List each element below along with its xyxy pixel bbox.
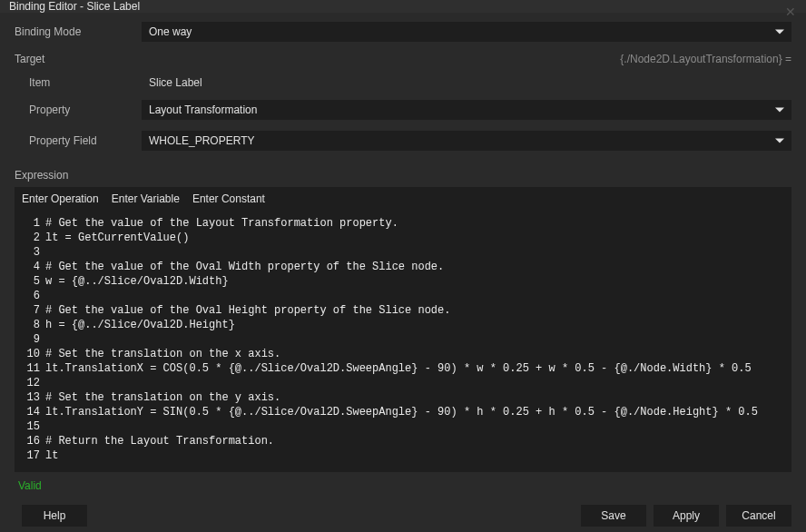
- chevron-down-icon: [775, 108, 784, 113]
- line-number: 8: [22, 318, 40, 332]
- line-number: 4: [22, 260, 40, 274]
- code-line: 3: [22, 245, 784, 260]
- code-line: 6: [22, 289, 784, 303]
- binding-editor-window: Binding Editor - Slice Label ✕ Binding M…: [0, 0, 806, 532]
- target-header-row: Target {./Node2D.LayoutTransformation} =: [15, 53, 791, 65]
- code-text: # Set the translation on the y axis.: [45, 390, 280, 405]
- code-text: lt.TranslationY = SIN(0.5 * {@../Slice/O…: [45, 405, 758, 419]
- expression-toolbar: Enter Operation Enter Variable Enter Con…: [15, 187, 791, 211]
- line-number: 2: [22, 231, 40, 245]
- binding-mode-label: Binding Mode: [15, 25, 142, 38]
- target-item-label: Item: [15, 76, 142, 89]
- line-number: 17: [22, 448, 40, 463]
- code-line: 8h = {@../Slice/Oval2D.Height}: [22, 318, 784, 332]
- target-property-select[interactable]: Layout Transformation: [142, 100, 791, 120]
- code-line: 9: [22, 332, 784, 347]
- code-text: # Get the value of the Oval Height prope…: [45, 303, 450, 318]
- binding-mode-value: One way: [149, 25, 192, 38]
- line-number: 9: [22, 332, 40, 347]
- code-line: 4# Get the value of the Oval Width prope…: [22, 260, 784, 274]
- close-icon[interactable]: ✕: [782, 4, 799, 20]
- code-text: # Get the value of the Layout Transforma…: [45, 216, 398, 231]
- line-number: 14: [22, 405, 40, 419]
- target-propertyfield-value: WHOLE_PROPERTY: [149, 134, 254, 147]
- enter-variable-button[interactable]: Enter Variable: [112, 192, 180, 205]
- line-number: 16: [22, 434, 40, 448]
- code-line: 10# Set the translation on the x axis.: [22, 347, 784, 361]
- chevron-down-icon: [775, 30, 784, 34]
- expression-editor[interactable]: 1# Get the value of the Layout Transform…: [15, 211, 791, 472]
- line-number: 15: [22, 419, 40, 434]
- code-line: 2lt = GetCurrentValue(): [22, 231, 784, 245]
- code-line: 13# Set the translation on the y axis.: [22, 390, 784, 405]
- footer: Help Save Apply Cancel: [0, 492, 806, 532]
- code-line: 15: [22, 419, 784, 434]
- code-text: h = {@../Slice/Oval2D.Height}: [45, 318, 235, 332]
- help-button[interactable]: Help: [22, 505, 87, 527]
- line-number: 12: [22, 376, 40, 390]
- enter-operation-button[interactable]: Enter Operation: [22, 192, 99, 205]
- line-number: 13: [22, 390, 40, 405]
- titlebar: Binding Editor - Slice Label ✕: [0, 0, 806, 13]
- line-number: 3: [22, 245, 40, 260]
- code-text: lt.TranslationX = COS(0.5 * {@../Slice/O…: [45, 361, 752, 376]
- line-number: 11: [22, 361, 40, 376]
- target-item-row: Item Slice Label: [15, 76, 791, 89]
- code-line: 5w = {@../Slice/Oval2D.Width}: [22, 274, 784, 289]
- line-number: 7: [22, 303, 40, 318]
- target-propertyfield-select[interactable]: WHOLE_PROPERTY: [142, 131, 791, 151]
- expression-label: Expression: [15, 169, 791, 182]
- window-title: Binding Editor - Slice Label: [9, 0, 140, 13]
- validation-status: Valid: [18, 479, 791, 492]
- code-line: 14lt.TranslationY = SIN(0.5 * {@../Slice…: [22, 405, 784, 419]
- code-text: lt: [45, 448, 58, 463]
- code-text: # Return the Layout Transformation.: [45, 434, 274, 448]
- save-button[interactable]: Save: [581, 505, 646, 527]
- target-item-value: Slice Label: [142, 76, 791, 89]
- cancel-button[interactable]: Cancel: [726, 505, 791, 527]
- code-text: w = {@../Slice/Oval2D.Width}: [45, 274, 229, 289]
- apply-button[interactable]: Apply: [654, 505, 719, 527]
- binding-mode-select[interactable]: One way: [142, 22, 791, 42]
- chevron-down-icon: [775, 139, 784, 143]
- code-line: 1# Get the value of the Layout Transform…: [22, 216, 784, 231]
- target-property-label: Property: [15, 103, 142, 116]
- binding-mode-row: Binding Mode One way: [15, 22, 791, 42]
- target-label: Target: [15, 53, 44, 65]
- enter-constant-button[interactable]: Enter Constant: [192, 192, 265, 205]
- code-line: 12: [22, 376, 784, 390]
- code-text: lt = GetCurrentValue(): [45, 231, 189, 245]
- code-line: 16# Return the Layout Transformation.: [22, 434, 784, 448]
- line-number: 10: [22, 347, 40, 361]
- target-expression: {./Node2D.LayoutTransformation} =: [620, 53, 791, 65]
- target-propertyfield-label: Property Field: [15, 134, 142, 147]
- target-propertyfield-row: Property Field WHOLE_PROPERTY: [15, 131, 791, 151]
- target-property-row: Property Layout Transformation: [15, 100, 791, 120]
- line-number: 1: [22, 216, 40, 231]
- code-line: 17lt: [22, 448, 784, 463]
- code-text: # Set the translation on the x axis.: [45, 347, 280, 361]
- target-property-value: Layout Transformation: [149, 103, 257, 116]
- code-text: # Get the value of the Oval Width proper…: [45, 260, 444, 274]
- code-line: 7# Get the value of the Oval Height prop…: [22, 303, 784, 318]
- line-number: 6: [22, 289, 40, 303]
- code-line: 11lt.TranslationX = COS(0.5 * {@../Slice…: [22, 361, 784, 376]
- content-area: Binding Mode One way Target {./Node2D.La…: [0, 13, 806, 492]
- line-number: 5: [22, 274, 40, 289]
